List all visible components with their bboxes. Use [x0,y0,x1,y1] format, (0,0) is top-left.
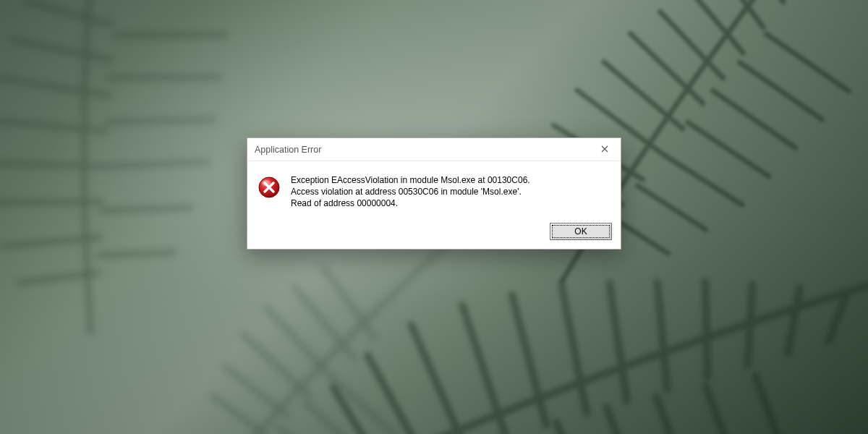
dialog-body: Exception EAccessViolation in module Mso… [247,161,621,217]
dialog-title: Application Error [255,145,321,155]
dialog-titlebar[interactable]: Application Error [247,138,621,161]
error-message: Exception EAccessViolation in module Mso… [291,174,530,210]
ok-button[interactable]: OK [550,223,612,240]
error-icon [258,176,281,199]
error-dialog: Application Error Ex [247,137,621,250]
error-message-line: Read of address 00000004. [291,197,530,209]
error-message-line: Access violation at address 00530C06 in … [291,186,530,197]
dialog-button-row: OK [247,217,621,249]
close-button[interactable] [595,142,615,158]
close-icon [601,145,608,155]
error-message-line: Exception EAccessViolation in module Mso… [291,174,530,186]
